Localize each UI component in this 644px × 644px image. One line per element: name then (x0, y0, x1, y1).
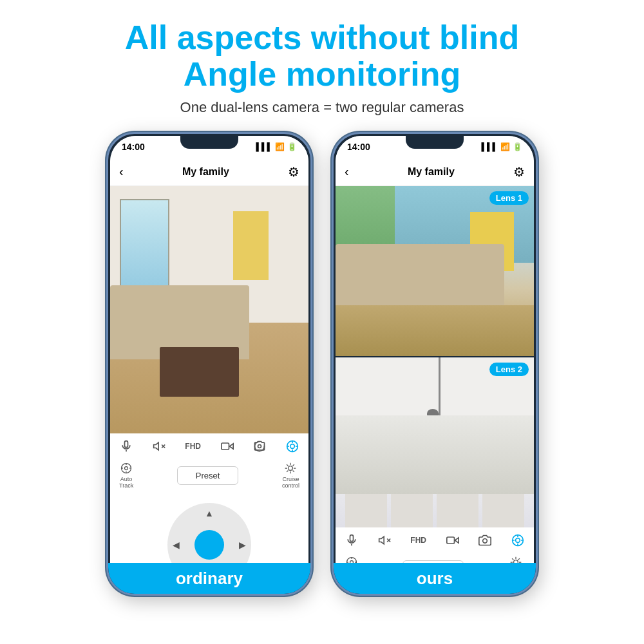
dual-view-right: Lens 1 Lens 2 (336, 186, 534, 527)
target-icon-left[interactable] (286, 440, 299, 453)
svg-point-14 (125, 467, 128, 470)
status-bar-left: 14:00 ▌▌▌ 📶 🔋 (110, 136, 308, 158)
status-time-left: 14:00 (122, 142, 145, 152)
notch-left (180, 136, 238, 149)
feature-row-left: AutoTrack Preset Cruisecontrol (119, 462, 299, 489)
app-title-left: My family (182, 166, 229, 178)
phone-left: 14:00 ▌▌▌ 📶 🔋 ‹ My family ⚙ (106, 132, 312, 596)
dpad-left-btn[interactable]: ◀ (173, 540, 180, 550)
lens2-view: Lens 2 (336, 357, 534, 527)
status-time-right: 14:00 (347, 142, 370, 152)
lens1-floor (336, 305, 534, 356)
lens2-label: Lens 2 (489, 363, 529, 376)
lens2-chairs (345, 490, 524, 527)
status-bar-right: 14:00 ▌▌▌ 📶 🔋 (336, 136, 534, 158)
badge-text-right: ours (417, 569, 453, 589)
lens1-sofa (336, 244, 504, 308)
back-button-right[interactable]: ‹ (345, 164, 349, 179)
badge-text-left: ordinary (176, 569, 243, 589)
app-title-right: My family (408, 166, 455, 178)
svg-point-19 (289, 466, 293, 471)
fhd-label-left[interactable]: FHD (185, 442, 201, 451)
dpad-center-left[interactable] (194, 530, 224, 560)
settings-icon-right[interactable]: ⚙ (513, 164, 525, 180)
room-table-left (160, 347, 239, 397)
dpad-up-left[interactable]: ▲ (205, 508, 214, 518)
notch-right (406, 136, 464, 149)
header-section: All aspects without blind Angle monitori… (112, 0, 532, 126)
mute-icon-left[interactable] (153, 440, 166, 453)
video-icon-right[interactable] (446, 534, 459, 547)
mute-icon-right[interactable] (378, 534, 391, 547)
signal-icon-left: ▌▌▌ (256, 142, 272, 151)
controls-bar-left: FHD (110, 433, 308, 457)
lens2-cord (439, 357, 440, 417)
lens2-chair2 (391, 490, 433, 527)
svg-point-6 (258, 445, 261, 448)
cruise-item-left[interactable]: Cruisecontrol (282, 462, 299, 489)
lens2-chair4 (482, 490, 524, 527)
mic-icon-right[interactable] (345, 534, 358, 547)
camera-view-left: 44.20KB/s AUTO ⊞ 📶 (110, 186, 308, 433)
lens2-chair1 (345, 490, 387, 527)
cruise-label-left: Cruisecontrol (282, 476, 299, 489)
svg-point-26 (483, 539, 488, 544)
wifi-icon-right: 📶 (500, 142, 510, 151)
main-title-line1: All aspects without blind (125, 19, 519, 56)
lens2-bg (336, 357, 534, 527)
label-badge-left: ordinary (110, 563, 308, 592)
lens1-label: Lens 1 (489, 191, 529, 205)
app-header-right: ‹ My family ⚙ (336, 158, 534, 186)
bottom-controls-left: AutoTrack Preset Cruisecontrol (110, 457, 308, 498)
preset-button-left[interactable]: Preset (177, 466, 239, 485)
mic-icon-left[interactable] (120, 440, 133, 453)
dpad-right-btn[interactable]: ▶ (239, 540, 246, 550)
label-badge-right: ours (336, 563, 534, 592)
room-window-left (120, 199, 169, 298)
svg-rect-0 (125, 441, 128, 448)
svg-rect-20 (350, 535, 354, 542)
subtitle: One dual-lens camera = two regular camer… (125, 99, 519, 116)
wifi-icon-left: 📶 (275, 142, 285, 151)
page-wrapper: All aspects without blind Angle monitori… (0, 0, 644, 644)
phone-right-inner: 14:00 ▌▌▌ 📶 🔋 ‹ My family ⚙ (336, 136, 534, 592)
svg-marker-2 (153, 443, 158, 451)
phones-section: 14:00 ▌▌▌ 📶 🔋 ‹ My family ⚙ (106, 132, 538, 644)
lens2-chair3 (437, 490, 478, 527)
controls-bar-right: FHD (336, 527, 534, 551)
auto-track-label-left: AutoTrack (119, 476, 133, 489)
room-scene-left (110, 186, 308, 433)
svg-point-28 (515, 538, 520, 543)
room-yellow-left (233, 211, 269, 281)
target-icon-right[interactable] (511, 534, 524, 547)
status-icons-left: ▌▌▌ 📶 🔋 (256, 142, 297, 151)
main-title: All aspects without blind Angle monitori… (125, 19, 519, 93)
video-icon-left[interactable] (221, 440, 234, 453)
auto-track-item-left[interactable]: AutoTrack (119, 462, 133, 489)
status-icons-right: ▌▌▌ 📶 🔋 (481, 142, 522, 151)
phone-right: 14:00 ▌▌▌ 📶 🔋 ‹ My family ⚙ (332, 132, 538, 596)
svg-marker-22 (379, 537, 384, 545)
fhd-label-right[interactable]: FHD (410, 536, 426, 545)
battery-icon-right: 🔋 (513, 142, 522, 151)
lens1-bg (336, 186, 534, 356)
app-header-left: ‹ My family ⚙ (110, 158, 308, 186)
photo-icon-left[interactable] (253, 440, 266, 453)
photo-icon-right[interactable] (478, 534, 491, 547)
svg-point-8 (290, 444, 294, 449)
settings-icon-left[interactable]: ⚙ (288, 164, 299, 180)
svg-rect-5 (221, 443, 229, 450)
back-button-left[interactable]: ‹ (119, 164, 124, 179)
battery-icon-left: 🔋 (287, 142, 297, 151)
phone-left-inner: 14:00 ▌▌▌ 📶 🔋 ‹ My family ⚙ (110, 136, 308, 592)
main-title-line2: Angle monitoring (184, 55, 460, 93)
lens1-view: Lens 1 (336, 186, 534, 356)
signal-icon-right: ▌▌▌ (481, 142, 498, 151)
svg-rect-25 (446, 537, 454, 544)
lens2-floor (336, 415, 534, 493)
